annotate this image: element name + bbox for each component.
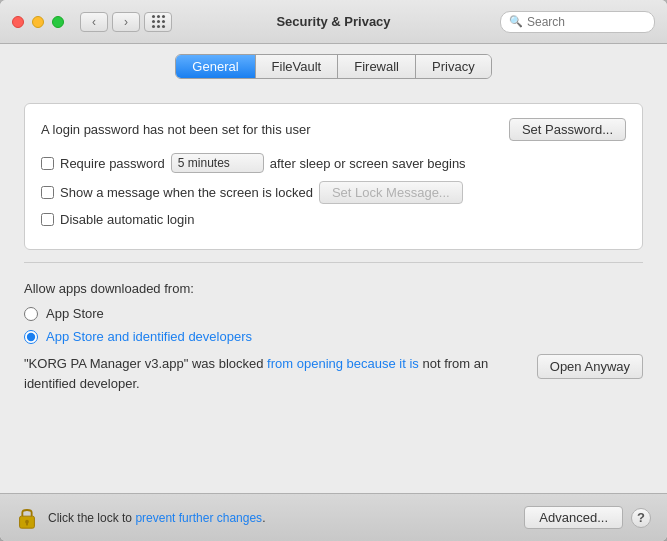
set-lock-message-button: Set Lock Message... <box>319 181 463 204</box>
show-message-checkbox[interactable] <box>41 186 54 199</box>
titlebar: ‹ › Security & Privacy 🔍 <box>0 0 667 44</box>
search-input[interactable] <box>527 15 646 29</box>
blocked-from: from opening because it is <box>267 356 419 371</box>
password-dropdown-wrapper: 5 minutes immediately 1 minute 15 minute… <box>171 153 264 173</box>
set-password-button[interactable]: Set Password... <box>509 118 626 141</box>
tab-privacy[interactable]: Privacy <box>416 55 491 78</box>
show-message-label: Show a message when the screen is locked <box>60 185 313 200</box>
after-sleep-label: after sleep or screen saver begins <box>270 156 466 171</box>
maximize-button[interactable] <box>52 16 64 28</box>
blocked-app-name: "KORG PA Manager v3.app" was blocked <box>24 356 267 371</box>
login-row: A login password has not been set for th… <box>41 118 626 141</box>
divider <box>24 262 643 263</box>
grid-button[interactable] <box>144 12 172 32</box>
lock-text-suffix: . <box>262 511 265 525</box>
blocked-message: "KORG PA Manager v3.app" was blocked fro… <box>24 354 525 393</box>
traffic-lights <box>12 16 64 28</box>
login-message: A login password has not been set for th… <box>41 122 311 137</box>
chevron-right-icon: › <box>124 15 128 29</box>
require-password-label: Require password <box>60 156 165 171</box>
tab-filevault[interactable]: FileVault <box>256 55 339 78</box>
grid-icon <box>152 15 165 28</box>
open-anyway-button[interactable]: Open Anyway <box>537 354 643 379</box>
appstore-radio[interactable] <box>24 307 38 321</box>
require-password-checkbox[interactable] <box>41 157 54 170</box>
disable-login-label: Disable automatic login <box>60 212 194 227</box>
identified-label: App Store and identified developers <box>46 329 252 344</box>
blocked-row: "KORG PA Manager v3.app" was blocked fro… <box>24 354 643 393</box>
password-timeout-dropdown[interactable]: 5 minutes immediately 1 minute 15 minute… <box>171 153 264 173</box>
disable-login-row: Disable automatic login <box>41 212 626 227</box>
forward-button[interactable]: › <box>112 12 140 32</box>
lock-text-link[interactable]: prevent further changes <box>135 511 262 525</box>
lock-text: Click the lock to prevent further change… <box>48 511 524 525</box>
nav-buttons: ‹ › <box>80 12 140 32</box>
search-icon: 🔍 <box>509 15 523 28</box>
require-password-row: Require password 5 minutes immediately 1… <box>41 153 626 173</box>
bottom-buttons: Advanced... ? <box>524 506 651 529</box>
lock-icon <box>16 505 38 531</box>
advanced-button[interactable]: Advanced... <box>524 506 623 529</box>
window: ‹ › Security & Privacy 🔍 General Fi <box>0 0 667 541</box>
minimize-button[interactable] <box>32 16 44 28</box>
content: A login password has not been set for th… <box>0 87 667 493</box>
appstore-radio-row: App Store <box>24 306 643 321</box>
bottom-bar: Click the lock to prevent further change… <box>0 493 667 541</box>
identified-radio[interactable] <box>24 330 38 344</box>
allow-apps-title: Allow apps downloaded from: <box>24 281 643 296</box>
appstore-label: App Store <box>46 306 104 321</box>
chevron-left-icon: ‹ <box>92 15 96 29</box>
back-button[interactable]: ‹ <box>80 12 108 32</box>
tabs-bar: General FileVault Firewall Privacy <box>0 44 667 87</box>
login-section: A login password has not been set for th… <box>24 103 643 250</box>
disable-login-checkbox[interactable] <box>41 213 54 226</box>
help-button[interactable]: ? <box>631 508 651 528</box>
identified-radio-row: App Store and identified developers <box>24 329 643 344</box>
show-message-row: Show a message when the screen is locked… <box>41 181 626 204</box>
window-title: Security & Privacy <box>276 14 390 29</box>
tab-firewall[interactable]: Firewall <box>338 55 416 78</box>
lock-text-prefix: Click the lock to <box>48 511 135 525</box>
search-box[interactable]: 🔍 <box>500 11 655 33</box>
tab-general[interactable]: General <box>176 55 255 78</box>
apps-section: Allow apps downloaded from: App Store Ap… <box>24 273 643 401</box>
tab-group: General FileVault Firewall Privacy <box>175 54 491 79</box>
svg-rect-2 <box>26 522 28 525</box>
close-button[interactable] <box>12 16 24 28</box>
